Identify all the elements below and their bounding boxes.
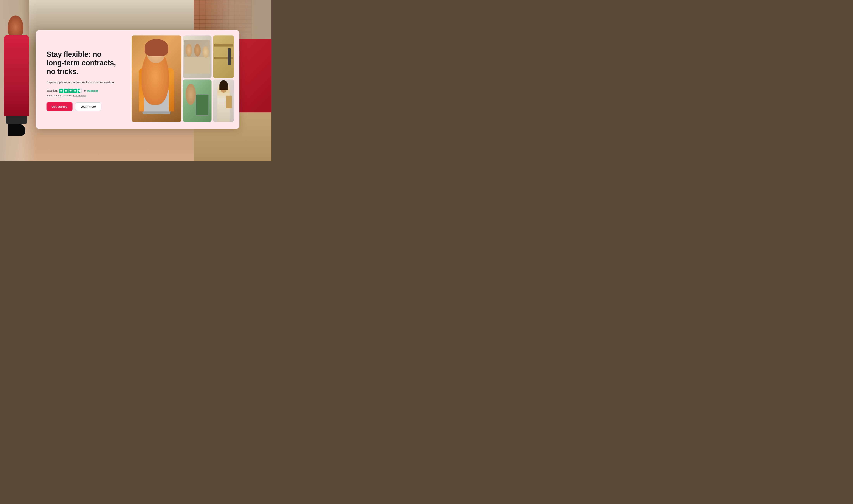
svg-marker-4 xyxy=(78,89,81,92)
trustpilot-label: Excellent xyxy=(47,89,58,92)
person-right-torso xyxy=(237,39,271,112)
photo-meeting xyxy=(183,35,212,78)
person-head-2 xyxy=(194,44,201,57)
meeting-table xyxy=(184,57,210,74)
photo-video-call xyxy=(183,79,212,122)
reviews-link[interactable]: 836 reviews xyxy=(73,94,86,97)
woman-hair-shape xyxy=(145,39,168,56)
shelf-1 xyxy=(214,44,233,47)
card-title: Stay flexible: no long-term contracts, n… xyxy=(47,50,118,76)
star-3 xyxy=(69,89,73,93)
person-head-1 xyxy=(186,44,192,57)
main-card: Stay flexible: no long-term contracts, n… xyxy=(36,30,239,129)
star-1 xyxy=(59,89,63,93)
learn-more-button[interactable]: Learn more xyxy=(75,102,101,111)
photo-workspace xyxy=(213,35,234,78)
trustpilot-row: Excellent xyxy=(47,89,118,93)
woman-box xyxy=(226,95,232,108)
woman-hair xyxy=(219,80,228,90)
photo-confident-woman xyxy=(213,79,234,122)
get-started-button[interactable]: Get started xyxy=(47,102,73,111)
laptop-shape xyxy=(144,90,169,112)
card-left-content: Stay flexible: no long-term contracts, n… xyxy=(36,30,129,129)
card-subtitle: Explore options or contact us for a cust… xyxy=(47,80,118,84)
star-4 xyxy=(73,89,77,93)
star-2 xyxy=(64,89,68,93)
svg-marker-0 xyxy=(60,90,62,92)
person-beard xyxy=(186,84,196,105)
photo-woman-laptop xyxy=(132,35,181,122)
svg-marker-2 xyxy=(69,90,72,92)
person-shoes xyxy=(8,124,25,136)
svg-marker-3 xyxy=(74,90,76,92)
svg-marker-1 xyxy=(65,90,67,92)
person-head-3 xyxy=(202,46,209,58)
person-left xyxy=(4,16,35,136)
rating-text: Rated 4.9 / 5 based on 836 reviews xyxy=(47,94,118,97)
card-photo-grid xyxy=(129,30,239,129)
btn-row: Get started Learn more xyxy=(47,102,118,111)
person-skirt xyxy=(6,85,27,124)
trustpilot-logo: ★ Trustpilot xyxy=(84,89,98,92)
laptop-screen xyxy=(196,94,209,116)
person-left-figure xyxy=(4,16,35,136)
desk-lamp xyxy=(228,48,231,65)
star-5-half xyxy=(78,89,82,93)
stars-container xyxy=(59,89,82,93)
